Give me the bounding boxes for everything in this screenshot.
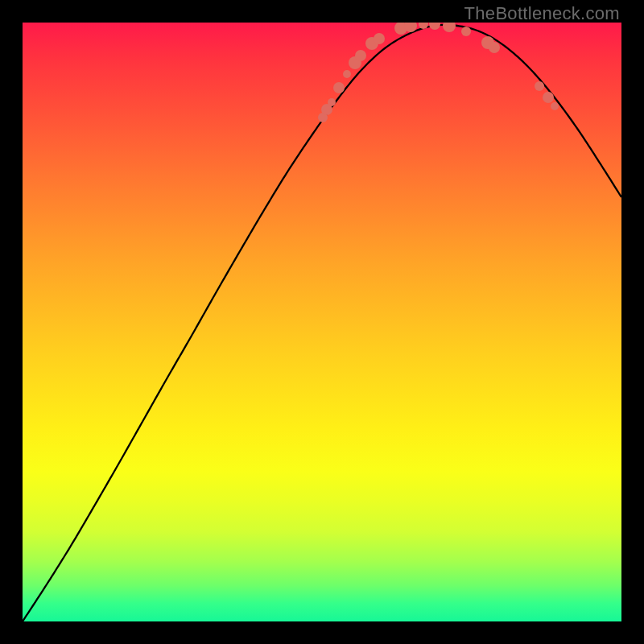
curve-marker — [543, 92, 554, 103]
curve-markers — [318, 23, 559, 122]
curve-marker — [343, 70, 351, 78]
curve-marker — [489, 42, 500, 53]
curve-marker — [535, 81, 544, 91]
curve-marker — [429, 23, 440, 30]
curve-marker — [443, 23, 456, 32]
chart-svg — [23, 23, 621, 621]
curve-marker — [551, 102, 559, 110]
curve-marker — [374, 33, 385, 44]
curve-marker — [333, 82, 345, 93]
curve-marker — [328, 98, 336, 106]
watermark-text: TheBottleneck.com — [464, 3, 620, 24]
curve-marker — [355, 50, 366, 61]
chart-area — [23, 23, 621, 621]
curve-marker — [461, 27, 471, 36]
